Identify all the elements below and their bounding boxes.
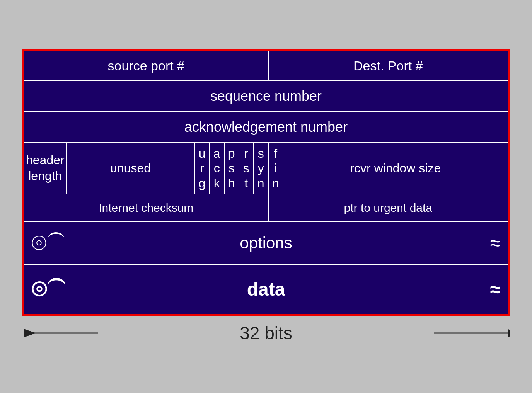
row-ports: source port # Dest. Port #: [24, 50, 509, 81]
row-options: ⦾⁀ options ≈: [24, 222, 509, 264]
right-arrow: [298, 328, 510, 339]
unused-cell: unused: [66, 143, 195, 194]
options-text: options: [240, 234, 292, 252]
fin-flag-cell: fin: [268, 143, 283, 194]
rcvr-window-cell: rcvr window size: [283, 143, 509, 194]
wavy-left-options: ⦾⁀: [31, 232, 65, 255]
rst-flag-cell: rst: [239, 143, 254, 194]
tcp-diagram: source port # Dest. Port # sequence numb…: [22, 49, 510, 344]
left-arrow: [22, 328, 234, 339]
ptr-urgent-cell: ptr to urgent data: [268, 194, 509, 222]
checksum-cell: Internet checksum: [24, 194, 268, 222]
bits-text: 32 bits: [240, 323, 292, 344]
wavy-right-options: ≈: [490, 232, 501, 254]
options-cell: ⦾⁀ options ≈: [24, 222, 509, 264]
row-data: ⦾⁀ data ≈: [24, 264, 509, 315]
header-length-cell: headerlength: [24, 143, 66, 194]
row-sequence: sequence number: [24, 81, 509, 112]
bits-label-row: 32 bits: [22, 323, 510, 344]
urg-flag-cell: urg: [195, 143, 210, 194]
syn-flag-cell: syn: [254, 143, 268, 194]
ack-number-cell: acknowledgement number: [24, 112, 509, 143]
row-checksum: Internet checksum ptr to urgent data: [24, 194, 509, 222]
wavy-left-data: ⦾⁀: [31, 278, 65, 301]
tcp-header-table: source port # Dest. Port # sequence numb…: [22, 49, 510, 316]
dest-port-cell: Dest. Port #: [268, 50, 509, 81]
ack-flag-cell: ack: [210, 143, 224, 194]
source-port-cell: source port #: [24, 50, 268, 81]
wavy-right-data: ≈: [490, 278, 501, 301]
row-flags: headerlength unused urg ack psh rst syn …: [24, 143, 509, 194]
psh-flag-cell: psh: [224, 143, 239, 194]
sequence-number-cell: sequence number: [24, 81, 509, 112]
data-cell: ⦾⁀ data ≈: [24, 264, 509, 315]
row-ack: acknowledgement number: [24, 112, 509, 143]
data-text: data: [247, 279, 285, 299]
